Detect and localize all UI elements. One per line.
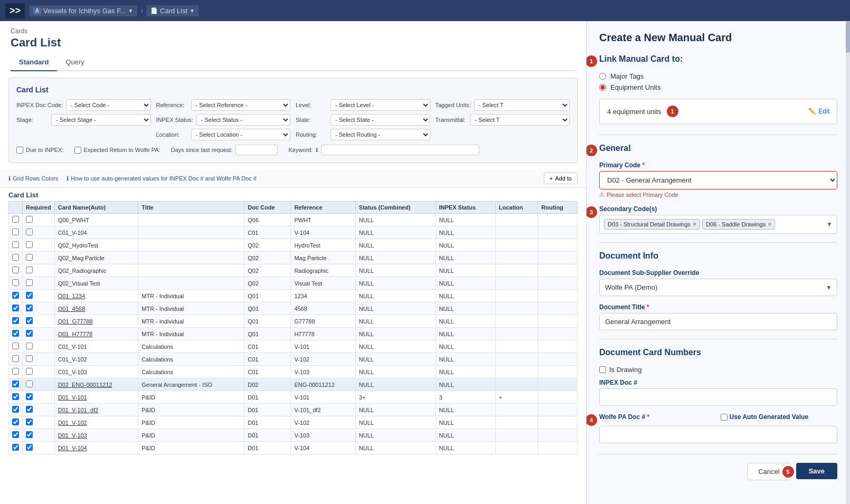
row-checkbox[interactable] bbox=[12, 330, 19, 337]
keyword-input[interactable] bbox=[321, 145, 479, 155]
row-card-name[interactable]: Q01_1234 bbox=[54, 290, 138, 302]
save-button[interactable]: Save bbox=[796, 463, 837, 479]
tag-remove-2[interactable]: × bbox=[768, 221, 771, 228]
row-checkbox[interactable] bbox=[12, 355, 19, 362]
equipment-units-radio-label[interactable]: Equipment Units bbox=[599, 83, 837, 91]
auto-generated-info-link[interactable]: ℹ How to use auto-generated values for I… bbox=[67, 175, 257, 182]
required-checkbox[interactable] bbox=[26, 279, 33, 286]
level-select[interactable]: - Select Level - bbox=[330, 99, 430, 111]
row-checkbox[interactable] bbox=[12, 241, 19, 248]
row-checkbox[interactable] bbox=[12, 343, 19, 349]
chevron-down-icon: ▼ bbox=[128, 8, 133, 14]
row-checkbox[interactable] bbox=[12, 254, 19, 261]
row-card-name[interactable]: Q01_G77788 bbox=[54, 315, 138, 328]
step1-badge: 1 bbox=[586, 55, 597, 67]
inpex-doc-input[interactable] bbox=[599, 388, 837, 406]
major-tags-radio-label[interactable]: Major Tags bbox=[599, 72, 837, 80]
secondary-codes-multiselect[interactable]: D03 - Structural Detail Drawings × D06 -… bbox=[599, 215, 837, 234]
required-checkbox[interactable] bbox=[26, 229, 33, 235]
filter-location: Location: - Select Location - bbox=[156, 129, 291, 140]
required-checkbox[interactable] bbox=[26, 241, 33, 248]
wolfe-pa-input[interactable] bbox=[599, 426, 837, 443]
required-checkbox[interactable] bbox=[26, 292, 33, 299]
inpex-doc-code-select[interactable]: - Select Code - bbox=[66, 99, 150, 111]
row-checkbox[interactable] bbox=[12, 305, 19, 311]
required-checkbox[interactable] bbox=[26, 406, 33, 413]
is-drawing-checkbox[interactable] bbox=[599, 366, 606, 373]
row-card-name[interactable]: D01_V-101_df2 bbox=[54, 404, 138, 416]
expected-return-checkbox[interactable] bbox=[74, 147, 81, 154]
required-checkbox[interactable] bbox=[26, 343, 33, 349]
row-card-name[interactable]: D02_ENG-00011212 bbox=[54, 378, 138, 391]
state-select[interactable]: - Select State - bbox=[330, 114, 430, 126]
row-status-combined: NULL bbox=[355, 328, 436, 340]
row-required-cell bbox=[23, 290, 55, 302]
row-checkbox[interactable] bbox=[12, 393, 19, 400]
row-checkbox[interactable] bbox=[12, 279, 19, 286]
required-checkbox[interactable] bbox=[26, 254, 33, 261]
required-checkbox[interactable] bbox=[26, 368, 33, 375]
row-card-name[interactable]: D01_V-102 bbox=[54, 416, 138, 429]
routing-select[interactable]: - Select Routing - bbox=[330, 129, 430, 140]
row-checkbox[interactable] bbox=[12, 381, 19, 387]
transmittal-select[interactable]: - Select T bbox=[470, 114, 570, 126]
keyword-info-icon[interactable]: ℹ bbox=[316, 147, 318, 154]
required-checkbox[interactable] bbox=[26, 419, 33, 425]
row-checkbox[interactable] bbox=[12, 317, 19, 324]
tab-standard[interactable]: Standard bbox=[11, 54, 57, 71]
scrollbar-thumb[interactable] bbox=[846, 21, 850, 53]
required-checkbox[interactable] bbox=[26, 267, 33, 273]
required-checkbox[interactable] bbox=[26, 393, 33, 400]
location-select[interactable]: - Select Location - bbox=[191, 129, 291, 140]
add-to-button[interactable]: + Add to bbox=[544, 173, 578, 184]
nav-card-list[interactable]: 📄 Card List ▼ bbox=[146, 5, 199, 16]
row-location bbox=[495, 302, 538, 315]
inpex-status-select[interactable]: - Select Status - bbox=[196, 114, 290, 126]
top-navigation: >> A Vessels for Ichthys Gas F... ▼ › 📄 … bbox=[0, 0, 850, 21]
required-checkbox[interactable] bbox=[26, 431, 33, 438]
required-checkbox[interactable] bbox=[26, 381, 33, 387]
reference-select[interactable]: - Select Reference - bbox=[191, 99, 291, 111]
row-checkbox[interactable] bbox=[12, 368, 19, 375]
tagged-units-select[interactable]: - Select T bbox=[474, 99, 570, 111]
row-checkbox[interactable] bbox=[12, 444, 19, 451]
sub-supplier-select[interactable]: Wolfe PA (Demo) bbox=[599, 279, 837, 296]
tab-query[interactable]: Query bbox=[57, 54, 92, 71]
doc-title-input[interactable] bbox=[599, 313, 837, 330]
required-checkbox[interactable] bbox=[26, 305, 33, 311]
edit-link[interactable]: ✏️ Edit bbox=[808, 108, 829, 115]
info-icon-2: ℹ bbox=[67, 175, 69, 182]
major-tags-radio[interactable] bbox=[599, 73, 606, 80]
required-checkbox[interactable] bbox=[26, 355, 33, 362]
due-to-inpex-checkbox[interactable] bbox=[16, 147, 23, 154]
days-since-input[interactable] bbox=[235, 145, 278, 155]
row-checkbox[interactable] bbox=[12, 419, 19, 425]
primary-code-group: Primary Code * D02 - General Arrangement… bbox=[599, 161, 837, 198]
is-drawing-label[interactable]: Is Drawing bbox=[599, 366, 641, 374]
row-card-name[interactable]: Q01_H77778 bbox=[54, 328, 138, 340]
tag-remove-1[interactable]: × bbox=[693, 221, 696, 228]
equipment-units-radio[interactable] bbox=[599, 84, 606, 91]
required-checkbox[interactable] bbox=[26, 216, 33, 223]
row-card-name[interactable]: D01_V-103 bbox=[54, 429, 138, 442]
required-checkbox[interactable] bbox=[26, 330, 33, 337]
row-checkbox[interactable] bbox=[12, 267, 19, 273]
stage-select[interactable]: - Select Stage - bbox=[51, 114, 151, 126]
row-checkbox[interactable] bbox=[12, 292, 19, 299]
use-auto-generated-checkbox[interactable] bbox=[721, 414, 728, 421]
required-checkbox[interactable] bbox=[26, 317, 33, 324]
required-checkbox[interactable] bbox=[26, 444, 33, 451]
row-checkbox[interactable] bbox=[12, 216, 19, 223]
primary-code-select[interactable]: D02 - General Arrangement bbox=[599, 171, 837, 189]
grid-rows-colors-link[interactable]: ℹ Grid Rows Colors bbox=[8, 175, 58, 182]
row-reference: V-101 bbox=[291, 391, 355, 404]
row-card-name[interactable]: D01_V-104 bbox=[54, 442, 138, 454]
use-auto-generated-label[interactable]: Use Auto Generated Value bbox=[721, 413, 838, 421]
row-card-name[interactable]: D01_V-101 bbox=[54, 391, 138, 404]
row-checkbox[interactable] bbox=[12, 229, 19, 235]
nav-project[interactable]: A Vessels for Ichthys Gas F... ▼ bbox=[29, 5, 137, 16]
row-checkbox[interactable] bbox=[12, 431, 19, 438]
row-card-name[interactable]: Q01_4568 bbox=[54, 302, 138, 315]
row-reference: V-102 bbox=[291, 353, 355, 366]
row-checkbox[interactable] bbox=[12, 406, 19, 413]
